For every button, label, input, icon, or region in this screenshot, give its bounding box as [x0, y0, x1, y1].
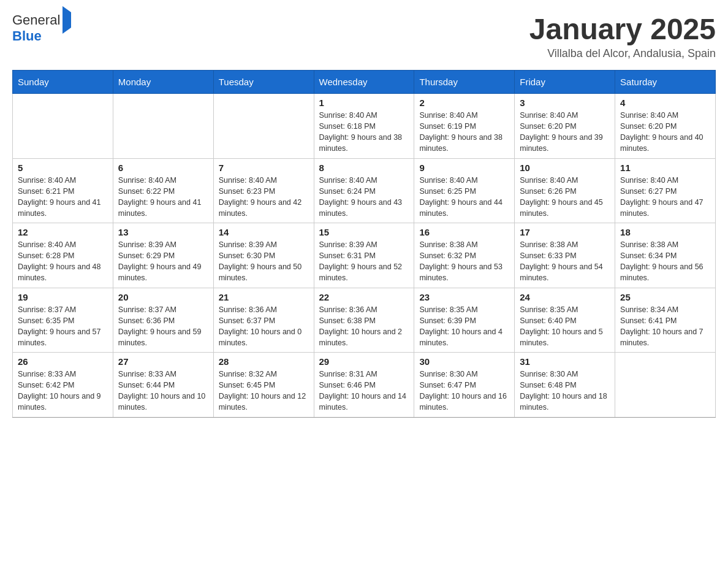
day-cell: 6Sunrise: 8:40 AMSunset: 6:22 PMDaylight… — [113, 158, 213, 223]
day-cell: 3Sunrise: 8:40 AMSunset: 6:20 PMDaylight… — [515, 94, 615, 159]
day-info: Sunrise: 8:39 AMSunset: 6:30 PMDaylight:… — [219, 239, 309, 284]
day-cell: 28Sunrise: 8:32 AMSunset: 6:45 PMDayligh… — [213, 353, 314, 418]
day-info: Sunrise: 8:40 AMSunset: 6:25 PMDaylight:… — [419, 175, 509, 220]
day-info: Sunrise: 8:40 AMSunset: 6:20 PMDaylight:… — [620, 110, 710, 155]
day-info: Sunrise: 8:36 AMSunset: 6:38 PMDaylight:… — [319, 304, 409, 349]
day-cell: 17Sunrise: 8:38 AMSunset: 6:33 PMDayligh… — [515, 223, 615, 288]
location: Villalba del Alcor, Andalusia, Spain — [529, 47, 716, 60]
day-number: 14 — [219, 227, 309, 237]
day-info: Sunrise: 8:33 AMSunset: 6:42 PMDaylight:… — [18, 369, 108, 413]
page-header: GeneralBlue January 2025 Villalba del Al… — [12, 12, 716, 60]
day-cell: 9Sunrise: 8:40 AMSunset: 6:25 PMDaylight… — [414, 158, 515, 223]
header-friday: Friday — [515, 71, 615, 94]
calendar-header-row: SundayMondayTuesdayWednesdayThursdayFrid… — [13, 71, 716, 94]
day-number: 18 — [620, 227, 710, 237]
day-number: 26 — [18, 356, 108, 367]
day-info: Sunrise: 8:40 AMSunset: 6:24 PMDaylight:… — [319, 175, 409, 220]
day-cell — [213, 94, 314, 159]
day-number: 7 — [219, 163, 309, 173]
day-number: 27 — [118, 356, 208, 367]
day-number: 5 — [18, 163, 108, 173]
day-cell: 31Sunrise: 8:30 AMSunset: 6:48 PMDayligh… — [515, 353, 615, 418]
day-info: Sunrise: 8:32 AMSunset: 6:45 PMDaylight:… — [219, 369, 309, 413]
day-info: Sunrise: 8:40 AMSunset: 6:26 PMDaylight:… — [520, 175, 610, 220]
day-cell: 24Sunrise: 8:35 AMSunset: 6:40 PMDayligh… — [515, 288, 615, 353]
day-number: 24 — [520, 292, 610, 302]
month-title: January 2025 — [529, 12, 716, 46]
day-cell — [615, 353, 716, 418]
day-number: 23 — [419, 292, 509, 302]
day-cell: 4Sunrise: 8:40 AMSunset: 6:20 PMDaylight… — [615, 94, 716, 159]
day-info: Sunrise: 8:31 AMSunset: 6:46 PMDaylight:… — [319, 369, 409, 413]
day-number: 2 — [419, 98, 509, 108]
day-info: Sunrise: 8:30 AMSunset: 6:47 PMDaylight:… — [419, 369, 509, 413]
day-info: Sunrise: 8:37 AMSunset: 6:35 PMDaylight:… — [18, 304, 108, 349]
day-number: 20 — [118, 292, 208, 302]
day-cell: 8Sunrise: 8:40 AMSunset: 6:24 PMDaylight… — [314, 158, 414, 223]
day-cell: 12Sunrise: 8:40 AMSunset: 6:28 PMDayligh… — [13, 223, 113, 288]
day-info: Sunrise: 8:33 AMSunset: 6:44 PMDaylight:… — [118, 369, 208, 413]
day-cell: 21Sunrise: 8:36 AMSunset: 6:37 PMDayligh… — [213, 288, 314, 353]
header-monday: Monday — [113, 71, 213, 94]
day-cell: 14Sunrise: 8:39 AMSunset: 6:30 PMDayligh… — [213, 223, 314, 288]
day-cell: 18Sunrise: 8:38 AMSunset: 6:34 PMDayligh… — [615, 223, 716, 288]
day-cell: 16Sunrise: 8:38 AMSunset: 6:32 PMDayligh… — [414, 223, 515, 288]
week-row-2: 5Sunrise: 8:40 AMSunset: 6:21 PMDaylight… — [13, 158, 716, 223]
calendar-table: SundayMondayTuesdayWednesdayThursdayFrid… — [12, 70, 716, 418]
day-cell — [13, 94, 113, 159]
day-info: Sunrise: 8:39 AMSunset: 6:29 PMDaylight:… — [118, 239, 208, 284]
header-tuesday: Tuesday — [213, 71, 314, 94]
calendar-body: 1Sunrise: 8:40 AMSunset: 6:18 PMDaylight… — [13, 94, 716, 418]
day-cell: 27Sunrise: 8:33 AMSunset: 6:44 PMDayligh… — [113, 353, 213, 418]
day-cell: 19Sunrise: 8:37 AMSunset: 6:35 PMDayligh… — [13, 288, 113, 353]
day-number: 22 — [319, 292, 409, 302]
day-info: Sunrise: 8:40 AMSunset: 6:27 PMDaylight:… — [620, 175, 710, 220]
logo-arrow-icon — [63, 6, 71, 34]
day-cell: 1Sunrise: 8:40 AMSunset: 6:18 PMDaylight… — [314, 94, 414, 159]
day-number: 4 — [620, 98, 710, 108]
day-info: Sunrise: 8:40 AMSunset: 6:20 PMDaylight:… — [520, 110, 610, 155]
day-number: 28 — [219, 356, 309, 367]
day-number: 12 — [18, 227, 108, 237]
week-row-5: 26Sunrise: 8:33 AMSunset: 6:42 PMDayligh… — [13, 353, 716, 418]
day-number: 10 — [520, 163, 610, 173]
logo-text: GeneralBlue — [12, 12, 71, 44]
day-number: 11 — [620, 163, 710, 173]
day-cell: 7Sunrise: 8:40 AMSunset: 6:23 PMDaylight… — [213, 158, 314, 223]
day-number: 31 — [520, 356, 610, 367]
day-cell: 2Sunrise: 8:40 AMSunset: 6:19 PMDaylight… — [414, 94, 515, 159]
header-saturday: Saturday — [615, 71, 716, 94]
day-info: Sunrise: 8:40 AMSunset: 6:22 PMDaylight:… — [118, 175, 208, 220]
day-cell — [113, 94, 213, 159]
day-number: 15 — [319, 227, 409, 237]
day-cell: 25Sunrise: 8:34 AMSunset: 6:41 PMDayligh… — [615, 288, 716, 353]
title-block: January 2025 Villalba del Alcor, Andalus… — [529, 12, 716, 60]
day-number: 25 — [620, 292, 710, 302]
day-info: Sunrise: 8:35 AMSunset: 6:40 PMDaylight:… — [520, 304, 610, 349]
day-number: 17 — [520, 227, 610, 237]
day-info: Sunrise: 8:38 AMSunset: 6:32 PMDaylight:… — [419, 239, 509, 284]
week-row-1: 1Sunrise: 8:40 AMSunset: 6:18 PMDaylight… — [13, 94, 716, 159]
day-info: Sunrise: 8:39 AMSunset: 6:31 PMDaylight:… — [319, 239, 409, 284]
day-number: 16 — [419, 227, 509, 237]
day-cell: 15Sunrise: 8:39 AMSunset: 6:31 PMDayligh… — [314, 223, 414, 288]
day-cell: 13Sunrise: 8:39 AMSunset: 6:29 PMDayligh… — [113, 223, 213, 288]
day-info: Sunrise: 8:38 AMSunset: 6:33 PMDaylight:… — [520, 239, 610, 284]
day-number: 13 — [118, 227, 208, 237]
day-info: Sunrise: 8:35 AMSunset: 6:39 PMDaylight:… — [419, 304, 509, 349]
day-number: 1 — [319, 98, 409, 108]
calendar-header: SundayMondayTuesdayWednesdayThursdayFrid… — [13, 71, 716, 94]
day-number: 9 — [419, 163, 509, 173]
day-info: Sunrise: 8:40 AMSunset: 6:23 PMDaylight:… — [219, 175, 309, 220]
day-info: Sunrise: 8:37 AMSunset: 6:36 PMDaylight:… — [118, 304, 208, 349]
day-cell: 22Sunrise: 8:36 AMSunset: 6:38 PMDayligh… — [314, 288, 414, 353]
day-number: 6 — [118, 163, 208, 173]
day-info: Sunrise: 8:40 AMSunset: 6:19 PMDaylight:… — [419, 110, 509, 155]
day-info: Sunrise: 8:40 AMSunset: 6:28 PMDaylight:… — [18, 239, 108, 284]
day-info: Sunrise: 8:30 AMSunset: 6:48 PMDaylight:… — [520, 369, 610, 413]
day-cell: 29Sunrise: 8:31 AMSunset: 6:46 PMDayligh… — [314, 353, 414, 418]
week-row-3: 12Sunrise: 8:40 AMSunset: 6:28 PMDayligh… — [13, 223, 716, 288]
day-cell: 26Sunrise: 8:33 AMSunset: 6:42 PMDayligh… — [13, 353, 113, 418]
day-cell: 20Sunrise: 8:37 AMSunset: 6:36 PMDayligh… — [113, 288, 213, 353]
day-info: Sunrise: 8:36 AMSunset: 6:37 PMDaylight:… — [219, 304, 309, 349]
